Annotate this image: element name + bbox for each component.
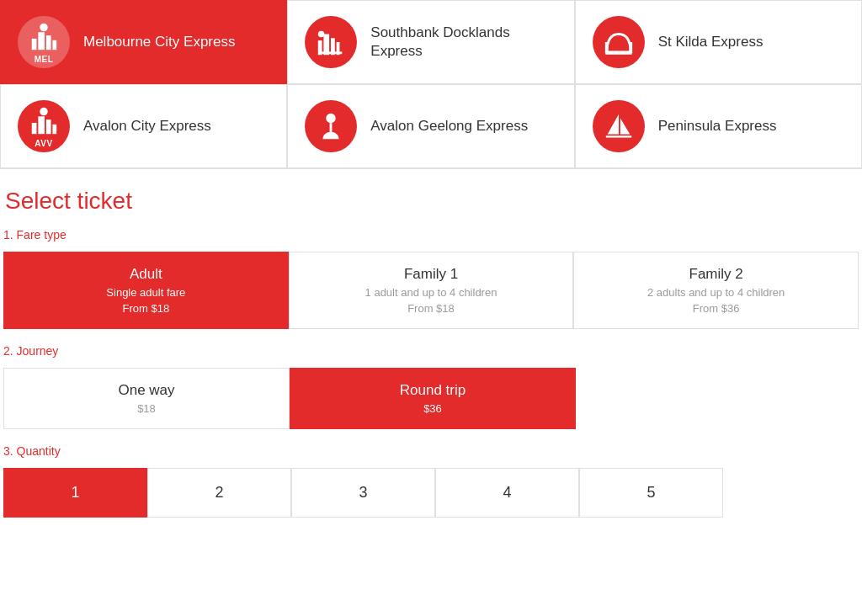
svg-rect-1	[38, 32, 45, 50]
quantity-section: 3. Quantity 1 2 3 4 5	[3, 444, 859, 518]
svg-point-4	[40, 23, 48, 30]
fare-option-family1[interactable]: Family 1 1 adult and up to 4 children Fr…	[289, 252, 574, 329]
fare-subtitle-adult: Single adult fare	[21, 286, 271, 299]
fare-price-adult: From $18	[21, 302, 271, 315]
fare-title-adult: Adult	[21, 266, 271, 283]
svg-rect-10	[320, 51, 343, 54]
route-icon-peninsula	[593, 100, 645, 152]
route-name-southbank: Southbank Docklands Express	[370, 24, 556, 61]
route-card-avalon-city[interactable]: AVV Avalon City Express	[0, 84, 287, 168]
route-name-avalon-city: Avalon City Express	[83, 117, 211, 135]
route-card-southbank-docklands[interactable]: Southbank Docklands Express	[287, 0, 574, 84]
qty-option-2[interactable]: 2	[147, 468, 291, 518]
svg-rect-16	[46, 119, 51, 134]
quantity-grid: 1 2 3 4 5	[3, 468, 723, 518]
fare-price-family1: From $18	[306, 302, 556, 315]
route-card-st-kilda[interactable]: St Kilda Express	[575, 0, 862, 84]
fare-type-section: 1. Fare type Adult Single adult fare Fro…	[3, 228, 859, 329]
route-card-peninsula[interactable]: Peninsula Express	[575, 84, 862, 168]
fare-step-label: 1. Fare type	[3, 228, 859, 242]
svg-rect-13	[629, 42, 632, 53]
quantity-step-label: 3. Quantity	[3, 444, 859, 458]
route-card-avalon-geelong[interactable]: Avalon Geelong Express	[287, 84, 574, 168]
city2-icon	[28, 105, 60, 137]
qty-option-4[interactable]: 4	[435, 468, 579, 518]
svg-rect-15	[38, 116, 45, 134]
route-name-st-kilda: St Kilda Express	[658, 33, 764, 51]
svg-rect-17	[52, 124, 56, 133]
route-abbr-avv: AVV	[35, 139, 52, 148]
fare-option-adult[interactable]: Adult Single adult fare From $18	[3, 252, 289, 329]
section-title: Select ticket	[5, 169, 859, 228]
ticket-section: Select ticket 1. Fare type Adult Single …	[0, 169, 862, 518]
svg-marker-21	[607, 114, 618, 135]
journey-grid: One way $18 Round trip $36	[3, 368, 576, 429]
journey-price-round-trip: $36	[307, 402, 558, 415]
fare-option-family2[interactable]: Family 2 2 adults and up to 4 children F…	[573, 252, 859, 329]
journey-section: 2. Journey One way $18 Round trip $36	[3, 344, 859, 429]
route-icon-melbourne-city: MEL	[18, 16, 70, 68]
route-icon-st-kilda	[593, 16, 645, 68]
svg-rect-14	[32, 122, 37, 133]
city-icon	[28, 21, 60, 53]
svg-marker-22	[620, 119, 630, 135]
fare-price-family2: From $36	[591, 302, 841, 315]
journey-title-round-trip: Round trip	[307, 382, 558, 399]
docklands-icon	[315, 26, 347, 58]
fare-subtitle-family1: 1 adult and up to 4 children	[306, 286, 556, 299]
route-icon-southbank	[305, 16, 357, 68]
journey-step-label: 2. Journey	[3, 344, 859, 358]
route-name-melbourne-city: Melbourne City Express	[83, 33, 235, 51]
svg-point-18	[40, 107, 48, 115]
qty-option-3[interactable]: 3	[291, 468, 435, 518]
svg-point-19	[327, 114, 336, 123]
fare-title-family1: Family 1	[306, 266, 556, 283]
arch-icon	[603, 26, 635, 58]
journey-price-one-way: $18	[21, 402, 272, 415]
journey-option-one-way[interactable]: One way $18	[3, 368, 290, 429]
route-icon-avalon-city: AVV	[18, 100, 70, 152]
route-name-avalon-geelong: Avalon Geelong Express	[370, 117, 528, 135]
svg-rect-3	[52, 40, 56, 49]
sail-icon	[603, 110, 635, 142]
qty-option-5[interactable]: 5	[579, 468, 723, 518]
qty-option-1[interactable]: 1	[3, 468, 147, 518]
fare-subtitle-family2: 2 adults and up to 4 children	[591, 286, 841, 299]
svg-rect-12	[605, 42, 609, 53]
route-abbr-mel: MEL	[35, 55, 54, 64]
fare-type-grid: Adult Single adult fare From $18 Family …	[3, 252, 859, 329]
journey-option-round-trip[interactable]: Round trip $36	[290, 368, 576, 429]
route-name-peninsula: Peninsula Express	[658, 117, 777, 135]
journey-title-one-way: One way	[21, 382, 272, 399]
route-card-melbourne-city[interactable]: MEL Melbourne City Express	[0, 0, 287, 84]
svg-rect-0	[32, 38, 37, 49]
route-grid: MEL Melbourne City Express Southbank Doc…	[0, 0, 862, 169]
person-icon	[315, 110, 347, 142]
svg-rect-11	[606, 50, 631, 54]
route-icon-avalon-geelong	[305, 100, 357, 152]
fare-title-family2: Family 2	[591, 266, 841, 283]
svg-point-9	[318, 31, 325, 38]
svg-rect-2	[46, 35, 51, 50]
